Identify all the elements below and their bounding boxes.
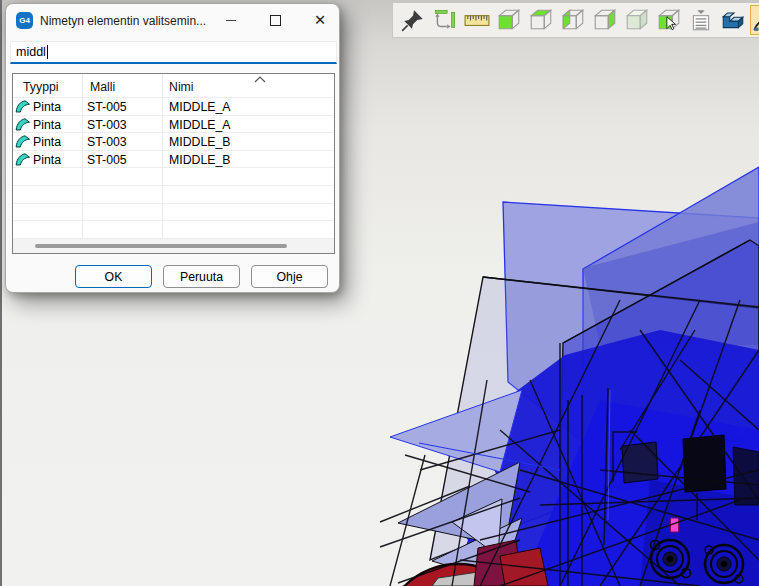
text-cursor	[47, 45, 48, 59]
solid-bracket-icon	[720, 7, 746, 33]
cell-tyyppi: Pinta	[33, 153, 61, 167]
cube-solid-icon	[624, 7, 650, 33]
view-front-button[interactable]	[494, 5, 524, 35]
cube-right-face-icon	[592, 7, 618, 33]
table-row[interactable]: PintaST-005MIDDLE_B	[13, 151, 334, 169]
view-shaded-button[interactable]	[622, 5, 652, 35]
dimension-button[interactable]	[430, 5, 460, 35]
view-top-button[interactable]	[526, 5, 556, 35]
help-button[interactable]: Ohje	[251, 265, 328, 288]
pin-button[interactable]	[398, 5, 428, 35]
element-table[interactable]: Tyyppi Malli Nimi PintaST-005MIDDLE_APin…	[12, 73, 335, 254]
dialog-title: Nimetyn elementin valitsemin...	[40, 14, 206, 28]
maximize-icon	[270, 15, 281, 26]
cell-nimi: MIDDLE_B	[169, 153, 231, 167]
table-row[interactable]: PintaST-003MIDDLE_A	[13, 116, 334, 134]
sort-ascending-icon	[253, 76, 267, 83]
table-row[interactable]: PintaST-003MIDDLE_B	[13, 133, 334, 151]
surface-icon	[15, 117, 31, 132]
cube-top-face-icon	[528, 7, 554, 33]
application-window: G4 Nimetyn elementin valitsemin... ✕ mid…	[0, 0, 759, 586]
close-button[interactable]: ✕	[297, 4, 343, 36]
notes-list-icon	[688, 7, 714, 33]
empty-table-row[interactable]	[13, 186, 334, 204]
table-row[interactable]: PintaST-005MIDDLE_A	[13, 98, 334, 116]
pin-icon	[400, 7, 426, 33]
cube-front-face-icon	[496, 7, 522, 33]
close-icon: ✕	[314, 12, 326, 28]
notes-button[interactable]	[686, 5, 716, 35]
search-input[interactable]: middl	[10, 41, 337, 64]
cell-malli: ST-005	[87, 100, 127, 114]
cell-tyyppi: Pinta	[33, 135, 61, 149]
table-body: PintaST-005MIDDLE_APintaST-003MIDDLE_APi…	[13, 98, 334, 239]
surface-icon	[15, 99, 31, 114]
cell-tyyppi: Pinta	[33, 100, 61, 114]
scrollbar-thumb[interactable]	[35, 244, 287, 248]
select-face-button[interactable]	[654, 5, 684, 35]
empty-table-row[interactable]	[13, 204, 334, 222]
cell-nimi: MIDDLE_A	[169, 100, 231, 114]
ruler-icon	[464, 7, 490, 33]
cell-nimi: MIDDLE_A	[169, 118, 231, 132]
cancel-button[interactable]: Peruuta	[163, 265, 240, 288]
search-value: middl	[16, 45, 46, 59]
column-header-nimi[interactable]: Nimi	[169, 80, 194, 94]
cell-malli: ST-005	[87, 153, 127, 167]
cube-left-face-icon	[560, 7, 586, 33]
cell-malli: ST-003	[87, 135, 127, 149]
cell-tyyppi: Pinta	[33, 118, 61, 132]
minimize-button[interactable]	[208, 4, 254, 36]
view-right-button[interactable]	[590, 5, 620, 35]
maximize-button[interactable]	[252, 4, 298, 36]
ruler-button[interactable]	[462, 5, 492, 35]
cube-select-icon	[656, 7, 682, 33]
spline-icon	[752, 7, 759, 33]
spline-tool-button[interactable]	[750, 5, 759, 35]
column-header-malli[interactable]: Malli	[90, 80, 115, 94]
empty-table-row[interactable]	[13, 168, 334, 186]
minimize-icon	[226, 20, 236, 21]
dialog-titlebar[interactable]: G4 Nimetyn elementin valitsemin... ✕	[6, 4, 339, 37]
cell-malli: ST-003	[87, 118, 127, 132]
surface-icon	[15, 134, 31, 149]
app-icon: G4	[16, 12, 33, 29]
ok-button[interactable]: OK	[75, 265, 152, 288]
window-left-edge	[0, 0, 2, 586]
named-element-dialog: G4 Nimetyn elementin valitsemin... ✕ mid…	[5, 3, 340, 293]
table-header: Tyyppi Malli Nimi	[13, 74, 334, 98]
solid-tool-button[interactable]	[718, 5, 748, 35]
horizontal-scrollbar[interactable]	[13, 239, 334, 253]
cell-nimi: MIDDLE_B	[169, 135, 231, 149]
surface-icon	[15, 152, 31, 167]
wheel-2	[705, 545, 743, 583]
column-header-tyyppi[interactable]: Tyyppi	[23, 80, 59, 94]
empty-table-row[interactable]	[13, 221, 334, 239]
view-left-button[interactable]	[558, 5, 588, 35]
dimension-icon	[432, 7, 458, 33]
toolbar	[392, 2, 759, 38]
